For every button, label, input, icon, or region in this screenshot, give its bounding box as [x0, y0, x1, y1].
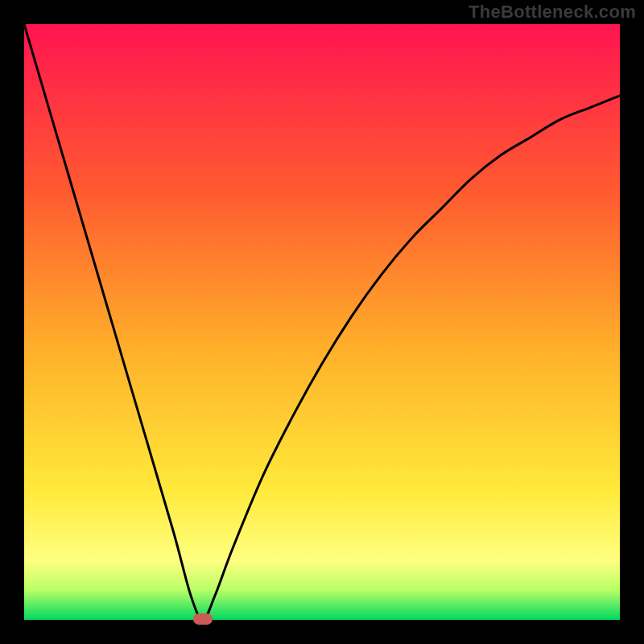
plot-area	[24, 24, 620, 620]
gradient-background	[24, 24, 620, 620]
gradient-rect	[24, 24, 620, 620]
chart-frame: TheBottleneck.com	[0, 0, 644, 644]
attribution-watermark: TheBottleneck.com	[469, 2, 636, 23]
